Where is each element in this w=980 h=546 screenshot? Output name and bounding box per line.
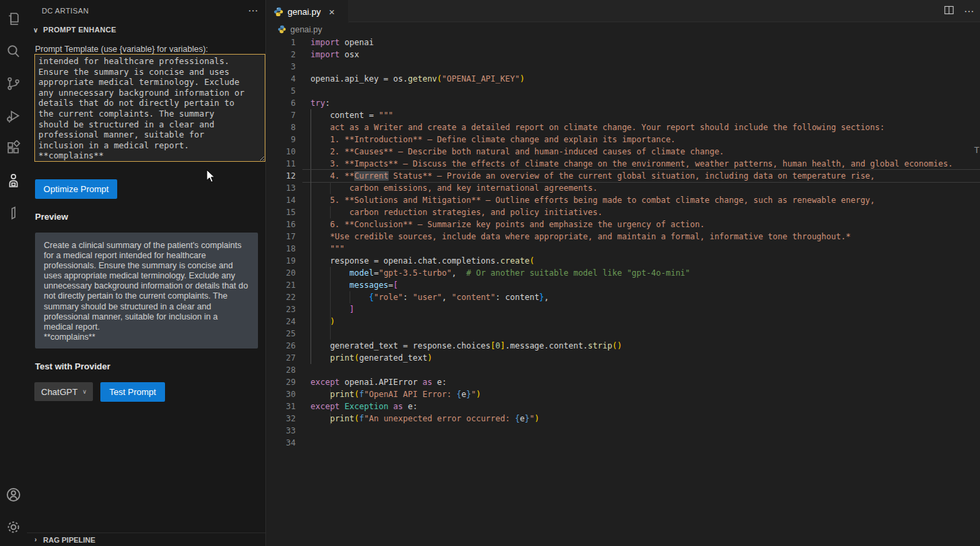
line-number: 4 [267, 73, 296, 85]
line-number: 10 [267, 146, 296, 158]
line-number: 20 [267, 267, 296, 279]
provider-select-value: ChatGPT [41, 387, 77, 397]
code-line: 31except Exception as e: [267, 400, 980, 413]
explorer-icon[interactable] [0, 3, 27, 35]
code-line: 28 [267, 364, 980, 376]
code-line: 30 print(f"OpenAI API Error: {e}") [267, 388, 980, 400]
code-line: 14 5. **Solutions and Mitigation** – Out… [267, 194, 980, 206]
line-number: 16 [267, 218, 296, 231]
settings-gear-icon[interactable] [0, 511, 27, 543]
preview-heading: Preview [35, 212, 68, 222]
code-line: 20 model="gpt-3.5-turbo", # Or another s… [267, 267, 980, 279]
test-prompt-button[interactable]: Test Prompt [100, 382, 165, 402]
code-line: 25 [267, 328, 980, 340]
line-number: 17 [267, 231, 296, 243]
code-line: 17 *Use credible sources, include data w… [267, 231, 980, 243]
code-line: 11 3. **Impacts** – Discuss the effects … [267, 158, 980, 170]
tab-genai-py[interactable]: genai.py × [267, 0, 349, 23]
code-line: 6try: [267, 97, 980, 109]
code-line: 29except openai.APIError as e: [267, 376, 980, 388]
sidebar-title: DC ARTISAN [42, 7, 248, 15]
line-number: 15 [267, 206, 296, 218]
line-number: 29 [267, 376, 296, 388]
code-line: 32 print(f"An unexpected error occurred:… [267, 413, 980, 425]
code-editor[interactable]: 1import openai2import osx34openai.api_ke… [267, 36, 980, 449]
extensions-icon[interactable] [0, 132, 27, 164]
line-number: 2 [267, 49, 296, 61]
line-number: 21 [267, 279, 296, 291]
line-number: 32 [267, 413, 296, 425]
code-line: 23 ] [267, 303, 980, 315]
line-number: 14 [267, 194, 296, 206]
python-file-icon [277, 25, 286, 34]
prompt-template-label: Prompt Template (use {variable} for vari… [35, 44, 208, 54]
line-number: 30 [267, 388, 296, 400]
line-number: 1 [267, 36, 296, 49]
code-line: 5 [267, 85, 980, 97]
line-number: 25 [267, 328, 296, 340]
code-line: 4openai.api_key = os.getenv("OPENAI_API_… [267, 73, 980, 85]
code-line: 24 ) [267, 315, 980, 328]
sidebar-more-actions-icon[interactable]: ⋯ [248, 7, 259, 14]
rag-section-label: RAG PIPELINE [43, 536, 96, 544]
line-number: 5 [267, 85, 296, 97]
code-line: 13 carbon emissions, and key internation… [267, 182, 980, 194]
code-line: 34 [267, 437, 980, 449]
line-number: 22 [267, 291, 296, 303]
line-number: 7 [267, 109, 296, 121]
dc-artisan-icon[interactable] [0, 164, 27, 197]
line-number: 31 [267, 400, 296, 413]
line-number: 3 [267, 61, 296, 73]
code-line: 1import openai [267, 36, 980, 49]
code-line: 22 {"role": "user", "content": content}, [267, 291, 980, 303]
breadcrumb-file: genai.py [290, 25, 322, 34]
line-number: 9 [267, 133, 296, 146]
source-control-icon[interactable] [0, 67, 27, 100]
line-number: 23 [267, 303, 296, 315]
code-line: 26 generated_text = response.choices[0].… [267, 340, 980, 352]
chevron-right-icon: › [32, 536, 40, 543]
section-label: PROMPT ENHANCE [43, 26, 117, 34]
optimize-prompt-button[interactable]: Optimize Prompt [35, 179, 117, 199]
code-line: 2import osx [267, 49, 980, 61]
provider-heading: Test with Provider [35, 361, 110, 371]
prompt-template-input[interactable]: intended for healthcare professionals. E… [34, 54, 265, 162]
code-line: 12 4. **Current Status** – Provide an ov… [267, 170, 980, 182]
code-line: 19 response = openai.chat.completions.cr… [267, 255, 980, 267]
sidebar-panel: DC ARTISAN ⋯ ∨ PROMPT ENHANCE Prompt Tem… [27, 0, 266, 546]
chevron-down-icon: ∨ [32, 26, 40, 34]
line-number: 13 [267, 182, 296, 194]
split-editor-icon[interactable] [944, 5, 954, 18]
activity-bar [0, 0, 27, 546]
search-icon[interactable] [0, 35, 27, 67]
line-number: 6 [267, 97, 296, 109]
tab-close-icon[interactable]: × [329, 7, 335, 16]
code-line: 3 [267, 61, 980, 73]
preview-text: Create a clinical summary of the patient… [35, 233, 258, 348]
line-number: 24 [267, 315, 296, 328]
code-line: 27 print(generated_text) [267, 352, 980, 364]
breadcrumb[interactable]: genai.py [267, 22, 980, 36]
line-number: 8 [267, 121, 296, 133]
section-prompt-enhance[interactable]: ∨ PROMPT ENHANCE [27, 22, 265, 38]
editor-more-actions-icon[interactable]: ⋯ [964, 8, 975, 15]
line-number: 34 [267, 437, 296, 449]
docs-icon[interactable] [0, 197, 27, 229]
line-number: 28 [267, 364, 296, 376]
line-number: 12 [267, 170, 296, 182]
tab-label: genai.py [288, 7, 321, 17]
code-lines: 1import openai2import osx34openai.api_ke… [267, 36, 980, 449]
section-rag-pipeline[interactable]: › RAG PIPELINE [27, 533, 265, 546]
account-icon[interactable] [0, 479, 27, 511]
line-number: 33 [267, 425, 296, 437]
code-line: 16 6. **Conclusion** – Summarize key poi… [267, 218, 980, 231]
editor-group: genai.py × ⋯ genai.py 1import openai2imp… [267, 0, 980, 546]
run-debug-icon[interactable] [0, 100, 27, 132]
line-number: 26 [267, 340, 296, 352]
overflow-text: T [974, 144, 979, 156]
code-line: 15 carbon reduction strategies, and poli… [267, 206, 980, 218]
code-line: 33 [267, 425, 980, 437]
code-line: 8 act as a Writer and create a detailed … [267, 121, 980, 133]
provider-select[interactable]: ChatGPT ∨ [34, 382, 93, 401]
tab-bar: genai.py × ⋯ [267, 0, 980, 22]
